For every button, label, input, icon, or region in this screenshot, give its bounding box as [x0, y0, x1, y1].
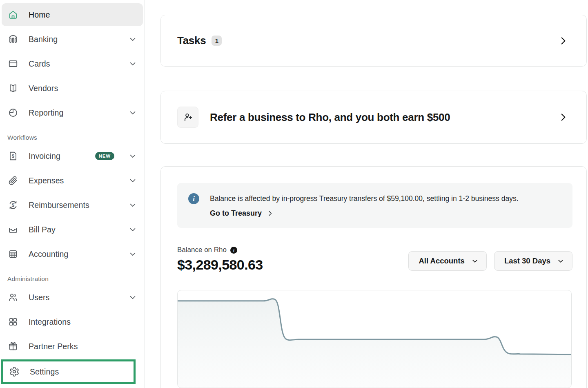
home-icon [7, 9, 19, 20]
calculator-icon [7, 248, 19, 260]
sidebar-item-label: Users [29, 293, 118, 302]
info-icon[interactable]: i [230, 247, 237, 254]
sidebar-item-home[interactable]: Home [2, 3, 143, 26]
credit-card-icon [7, 58, 19, 69]
sidebar-item-label: Reimbursements [29, 201, 118, 210]
info-icon: i [188, 193, 199, 204]
chevron-down-icon[interactable] [128, 176, 137, 185]
balance-amount: $3,289,580.63 [177, 257, 263, 273]
sidebar-item-label: Banking [29, 35, 118, 44]
svg-text:$: $ [12, 203, 15, 207]
chevron-down-icon[interactable] [128, 152, 137, 161]
balance-chart-svg [178, 290, 571, 388]
referral-card[interactable]: Refer a business to Rho, and you both ea… [160, 91, 587, 144]
sidebar-item-cards[interactable]: Cards [2, 52, 143, 75]
sidebar-item-label: Invoicing [29, 152, 85, 161]
sidebar-item-settings[interactable]: Settings [3, 361, 134, 382]
sidebar: Home Banking Cards Vendors Reporting Wor… [0, 0, 145, 388]
invoice-icon: $ [7, 150, 19, 162]
sidebar-item-label: Accounting [29, 250, 118, 259]
sidebar-item-integrations[interactable]: Integrations [2, 310, 143, 333]
accounts-filter-dropdown[interactable]: All Accounts [408, 251, 486, 271]
settings-highlight-box: Settings [1, 359, 136, 384]
sidebar-item-label: Bill Pay [29, 225, 118, 234]
go-to-treasury-link[interactable]: Go to Treasury [210, 209, 519, 218]
tasks-count-badge: 1 [212, 36, 222, 46]
sidebar-item-label: Partner Perks [29, 342, 137, 351]
balance-chart [177, 290, 572, 388]
treasury-info-banner: i Balance is affected by in-progress Tre… [177, 183, 572, 228]
section-label-workflows: Workflows [7, 134, 145, 141]
new-badge: NEW [95, 152, 114, 160]
sidebar-item-users[interactable]: Users [2, 286, 143, 309]
book-icon [7, 83, 19, 94]
chevron-down-icon[interactable] [128, 201, 137, 210]
chevron-down-icon[interactable] [128, 35, 137, 44]
chevron-right-icon[interactable] [558, 112, 568, 123]
period-filter-dropdown[interactable]: Last 30 Days [494, 251, 572, 271]
balance-label: Balance on Rho [177, 246, 227, 254]
sidebar-item-partner-perks[interactable]: Partner Perks [2, 335, 143, 358]
period-filter-label: Last 30 Days [504, 256, 550, 265]
users-icon [7, 292, 19, 303]
chevron-down-icon[interactable] [128, 59, 137, 68]
svg-text:$: $ [12, 154, 15, 158]
sidebar-item-vendors[interactable]: Vendors [2, 77, 143, 100]
sidebar-item-label: Vendors [29, 84, 137, 93]
referral-title: Refer a business to Rho, and you both ea… [210, 111, 546, 124]
go-to-treasury-label: Go to Treasury [210, 209, 262, 218]
sidebar-item-accounting[interactable]: Accounting [2, 243, 143, 265]
pie-chart-icon [7, 107, 19, 118]
sidebar-item-label: Expenses [29, 176, 118, 185]
tasks-card[interactable]: Tasks 1 [160, 15, 587, 67]
gear-icon [9, 366, 20, 377]
chevron-down-icon [557, 257, 565, 265]
chevron-down-icon [471, 257, 479, 265]
sidebar-item-reimbursements[interactable]: $ Reimbursements [2, 194, 143, 216]
sidebar-item-invoicing[interactable]: $ Invoicing NEW [2, 145, 143, 167]
chevron-down-icon[interactable] [128, 250, 137, 259]
chevron-right-icon [267, 210, 274, 217]
banner-message: Balance is affected by in-progress Treas… [210, 193, 519, 204]
sidebar-item-label: Settings [30, 367, 128, 377]
chevron-down-icon[interactable] [128, 108, 137, 117]
chevron-down-icon[interactable] [128, 225, 137, 234]
dollar-refresh-icon: $ [7, 199, 19, 211]
bank-icon [7, 33, 19, 45]
balance-chart-area [178, 299, 571, 388]
accounts-filter-label: All Accounts [419, 256, 464, 265]
person-add-icon [177, 107, 198, 128]
sidebar-item-expenses[interactable]: Expenses [2, 169, 143, 192]
balance-card: i Balance is affected by in-progress Tre… [160, 166, 587, 388]
sidebar-item-banking[interactable]: Banking [2, 28, 143, 51]
sidebar-item-label: Cards [29, 59, 118, 69]
paperclip-icon [7, 175, 19, 186]
grid-icon [7, 316, 19, 328]
sidebar-item-bill-pay[interactable]: Bill Pay [2, 218, 143, 241]
sidebar-item-label: Reporting [29, 108, 118, 118]
sidebar-item-label: Home [29, 10, 137, 20]
gift-icon [7, 341, 19, 352]
chevron-right-icon[interactable] [558, 36, 568, 46]
tasks-title: Tasks [177, 34, 206, 47]
sidebar-item-reporting[interactable]: Reporting [2, 101, 143, 124]
sidebar-item-label: Integrations [29, 317, 137, 327]
section-label-administration: Administration [7, 275, 145, 283]
chevron-down-icon[interactable] [128, 293, 137, 302]
inbox-icon [7, 224, 19, 235]
main-content: Tasks 1 Refer a business to Rho, and you… [145, 0, 588, 388]
